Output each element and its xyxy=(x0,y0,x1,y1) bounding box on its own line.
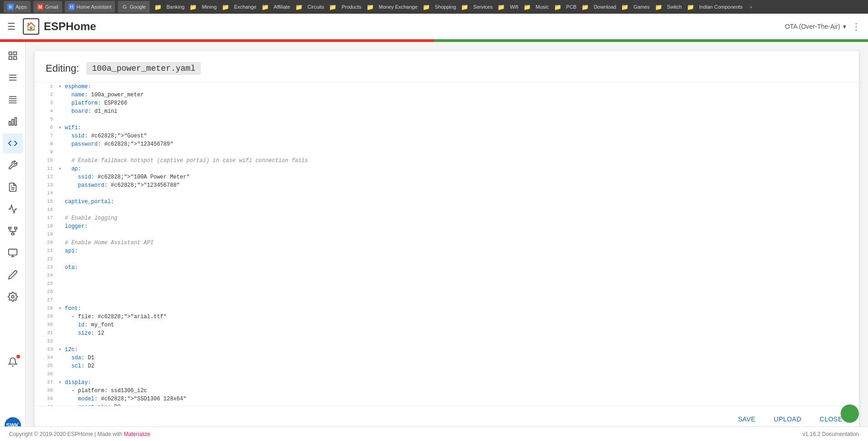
bookmark-icon-banking: 📁 xyxy=(154,4,162,10)
svg-rect-3 xyxy=(13,57,16,59)
svg-rect-16 xyxy=(8,227,11,229)
tab-music[interactable]: Music xyxy=(533,1,551,13)
line-number: 13 xyxy=(38,181,53,189)
bookmark-icon-indian: 📁 xyxy=(687,4,694,10)
line-arrow xyxy=(58,206,64,214)
app-header: ☰ 🏠 ESPHome OTA (Over-The-Air) ▾ ⋮ xyxy=(0,14,868,39)
tab-download[interactable]: Download xyxy=(591,1,618,13)
code-line: 8 password: #c62828;">"123456789" xyxy=(35,140,859,148)
line-arrow xyxy=(58,280,64,288)
code-line: 20# Enable Home Assistant API xyxy=(35,239,859,247)
app-logo: 🏠 ESPHome xyxy=(23,18,96,35)
hamburger-menu-icon[interactable]: ☰ xyxy=(7,21,16,32)
line-number: 20 xyxy=(38,239,53,247)
sidebar-item-editor[interactable] xyxy=(3,133,23,153)
google-icon: G xyxy=(121,4,128,10)
green-fab-button[interactable] xyxy=(841,404,859,423)
line-arrow: ▾ xyxy=(58,346,64,354)
sidebar-item-hierarchy[interactable] xyxy=(3,221,23,241)
tab-indian[interactable]: Indian Components xyxy=(697,1,745,13)
code-line: 3 platform: ESP8266 xyxy=(35,99,859,107)
line-number: 19 xyxy=(38,231,53,239)
line-arrow xyxy=(58,116,64,124)
line-number: 40 xyxy=(38,403,53,406)
tab-google[interactable]: G Google xyxy=(118,1,149,13)
line-arrow xyxy=(58,288,64,296)
tab-exchange[interactable]: Exchange xyxy=(232,1,259,13)
sidebar-item-list[interactable] xyxy=(3,89,23,110)
sidebar-item-logs[interactable] xyxy=(3,177,23,197)
materialize-link[interactable]: Materialize xyxy=(124,431,150,437)
tab-banking[interactable]: Banking xyxy=(164,1,187,13)
svg-rect-0 xyxy=(9,52,11,55)
line-arrow xyxy=(58,148,64,157)
ota-label: OTA (Over-The-Air) xyxy=(785,23,840,30)
editor-header: Editing: 100a_power_meter.yaml xyxy=(35,51,859,83)
tab-wifi[interactable]: Wifi xyxy=(507,1,520,13)
code-line: 40 reset_pin: D0 xyxy=(35,403,859,406)
sidebar-item-tools[interactable] xyxy=(3,155,23,175)
line-content: i2c: xyxy=(65,346,78,354)
code-line: 34 sda: D1 xyxy=(35,354,859,362)
line-number: 2 xyxy=(38,91,53,99)
tab-affiliate[interactable]: Affiliate xyxy=(272,1,293,13)
sidebar-item-analytics[interactable] xyxy=(3,199,23,219)
line-number: 25 xyxy=(38,280,53,288)
sidebar-item-stats[interactable] xyxy=(3,111,23,131)
line-content: model: #c62828;">"SSD1306 128x64" xyxy=(65,395,186,403)
tab-circuits[interactable]: Circuits xyxy=(305,1,327,13)
tab-mining[interactable]: Mining xyxy=(199,1,219,13)
line-number: 11 xyxy=(38,165,53,173)
line-arrow: ▾ xyxy=(58,378,64,387)
tab-home-assistant[interactable]: H Home Assistant xyxy=(65,1,115,13)
line-arrow xyxy=(58,189,64,198)
tab-products[interactable]: Products xyxy=(339,1,363,13)
tab-gmail[interactable]: M Gmail xyxy=(33,1,62,13)
code-line: 13 password: #c62828;">"123456788" xyxy=(35,181,859,189)
line-number: 39 xyxy=(38,395,53,403)
line-content: password: #c62828;">"123456788" xyxy=(65,181,180,189)
sidebar-item-dashboard[interactable] xyxy=(3,46,23,66)
code-line: 32 xyxy=(35,337,859,346)
line-arrow xyxy=(58,370,64,378)
sidebar-item-upload[interactable] xyxy=(3,243,23,263)
code-line: 25 xyxy=(35,280,859,288)
line-arrow xyxy=(58,247,64,255)
tab-apps[interactable]: ⊞ Apps xyxy=(4,1,31,13)
ota-dropdown[interactable]: OTA (Over-The-Air) ▾ xyxy=(785,23,846,30)
line-number: 34 xyxy=(38,354,53,362)
tab-games[interactable]: Games xyxy=(631,1,652,13)
more-tabs[interactable]: » xyxy=(749,4,752,10)
line-number: 33 xyxy=(38,346,53,354)
tab-pcb[interactable]: PCB xyxy=(564,1,579,13)
code-line: 1▾esphome: xyxy=(35,83,859,91)
save-button[interactable]: SAVE xyxy=(732,412,761,426)
line-content: api: xyxy=(65,247,78,255)
tab-services[interactable]: Services xyxy=(471,1,495,13)
line-arrow xyxy=(58,198,64,206)
sidebar-item-devices[interactable] xyxy=(3,68,23,88)
sidebar-item-notification[interactable] xyxy=(3,352,23,372)
code-editor-wrapper: 1▾esphome:2 name: 100a_power_meter3 plat… xyxy=(35,83,859,406)
line-content: # Enable fallback hotspot (captive porta… xyxy=(65,157,308,165)
line-arrow xyxy=(58,91,64,99)
gmail-icon: M xyxy=(37,4,43,10)
line-content: - platform: ssd1306_i2c xyxy=(65,387,147,395)
header-right: OTA (Over-The-Air) ▾ ⋮ xyxy=(785,21,861,32)
code-line: 29 - file: #c62828;">"arial.ttf" xyxy=(35,313,859,321)
bookmark-icon-circuits: 📁 xyxy=(295,4,303,10)
more-options-icon[interactable]: ⋮ xyxy=(852,21,861,32)
line-arrow xyxy=(58,296,64,304)
sidebar-item-pencil[interactable] xyxy=(3,265,23,285)
tab-switch[interactable]: Switch xyxy=(665,1,684,13)
sidebar-item-settings[interactable] xyxy=(3,287,23,307)
line-number: 4 xyxy=(38,107,53,116)
line-number: 12 xyxy=(38,173,53,181)
tab-shopping[interactable]: Shopping xyxy=(433,1,459,13)
line-arrow xyxy=(58,263,64,272)
tab-moneyexchange[interactable]: Money Exchange xyxy=(376,1,420,13)
line-arrow xyxy=(58,337,64,346)
upload-button[interactable]: UPLOAD xyxy=(768,412,807,426)
line-content: platform: ESP8266 xyxy=(65,99,127,107)
code-editor[interactable]: 1▾esphome:2 name: 100a_power_meter3 plat… xyxy=(35,83,859,406)
